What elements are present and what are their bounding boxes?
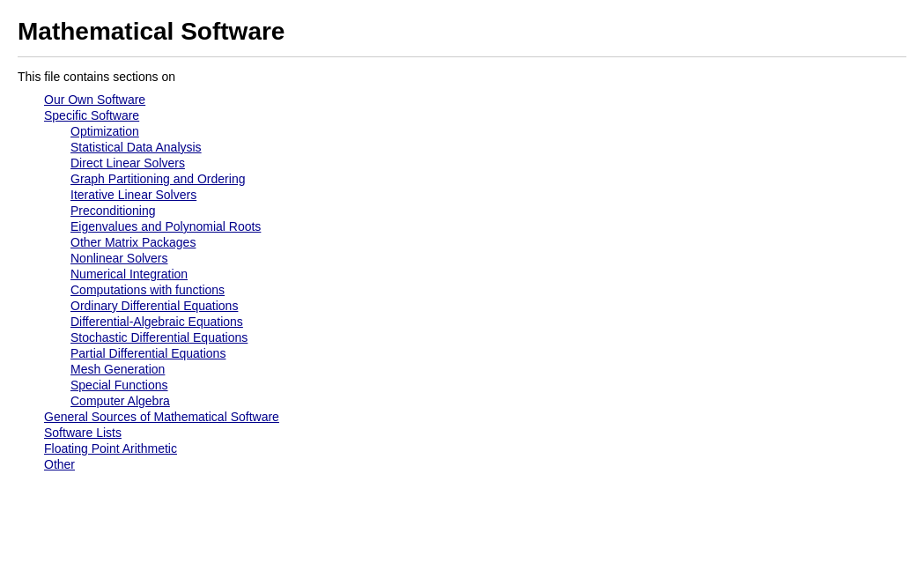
list-item: Nonlinear Solvers — [18, 251, 906, 265]
list-item: Stochastic Differential Equations — [18, 330, 906, 344]
nav-link[interactable]: Nonlinear Solvers — [70, 251, 168, 265]
list-item: Special Functions — [18, 378, 906, 392]
list-item: Computer Algebra — [18, 394, 906, 408]
nav-link[interactable]: Preconditioning — [70, 204, 156, 218]
list-item: General Sources of Mathematical Software — [18, 410, 906, 424]
list-item: Software Lists — [18, 426, 906, 440]
nav-link[interactable]: Mesh Generation — [70, 362, 165, 376]
nav-link[interactable]: Stochastic Differential Equations — [70, 330, 248, 344]
nav-link[interactable]: Computations with functions — [70, 283, 225, 297]
list-item: Statistical Data Analysis — [18, 140, 906, 154]
list-item: Iterative Linear Solvers — [18, 188, 906, 202]
list-item: Specific Software — [18, 108, 906, 122]
list-item: Graph Partitioning and Ordering — [18, 172, 906, 186]
divider — [18, 56, 906, 57]
navigation-list: Our Own SoftwareSpecific SoftwareOptimiz… — [18, 93, 906, 471]
nav-link[interactable]: Computer Algebra — [70, 394, 170, 408]
nav-link[interactable]: Our Own Software — [44, 93, 145, 107]
nav-link[interactable]: Direct Linear Solvers — [70, 156, 185, 170]
nav-link[interactable]: Floating Point Arithmetic — [44, 441, 177, 456]
list-item: Ordinary Differential Equations — [18, 299, 906, 313]
list-item: Eigenvalues and Polynomial Roots — [18, 219, 906, 233]
page-title: Mathematical Software — [18, 18, 906, 46]
nav-link[interactable]: Statistical Data Analysis — [70, 140, 202, 154]
list-item: Direct Linear Solvers — [18, 156, 906, 170]
nav-link[interactable]: General Sources of Mathematical Software — [44, 410, 279, 424]
list-item: Differential-Algebraic Equations — [18, 315, 906, 329]
nav-link[interactable]: Special Functions — [70, 378, 168, 392]
nav-link[interactable]: Optimization — [70, 124, 139, 138]
list-item: Our Own Software — [18, 93, 906, 107]
nav-link[interactable]: Software Lists — [44, 426, 122, 440]
list-item: Computations with functions — [18, 283, 906, 297]
nav-link[interactable]: Iterative Linear Solvers — [70, 188, 196, 202]
nav-link[interactable]: Specific Software — [44, 108, 139, 122]
nav-link[interactable]: Ordinary Differential Equations — [70, 299, 238, 313]
nav-link[interactable]: Eigenvalues and Polynomial Roots — [70, 219, 261, 233]
list-item: Mesh Generation — [18, 362, 906, 376]
nav-link[interactable]: Partial Differential Equations — [70, 346, 225, 360]
list-item: Numerical Integration — [18, 267, 906, 281]
nav-link[interactable]: Differential-Algebraic Equations — [70, 315, 243, 329]
nav-link[interactable]: Numerical Integration — [70, 267, 188, 281]
list-item: Other Matrix Packages — [18, 235, 906, 249]
nav-link[interactable]: Other — [44, 457, 75, 471]
list-item: Other — [18, 457, 906, 471]
list-item: Optimization — [18, 124, 906, 138]
list-item: Floating Point Arithmetic — [18, 441, 906, 456]
nav-link[interactable]: Other Matrix Packages — [70, 235, 196, 249]
list-item: Preconditioning — [18, 204, 906, 218]
intro-text: This file contains sections on — [18, 70, 906, 84]
nav-link[interactable]: Graph Partitioning and Ordering — [70, 172, 245, 186]
list-item: Partial Differential Equations — [18, 346, 906, 360]
